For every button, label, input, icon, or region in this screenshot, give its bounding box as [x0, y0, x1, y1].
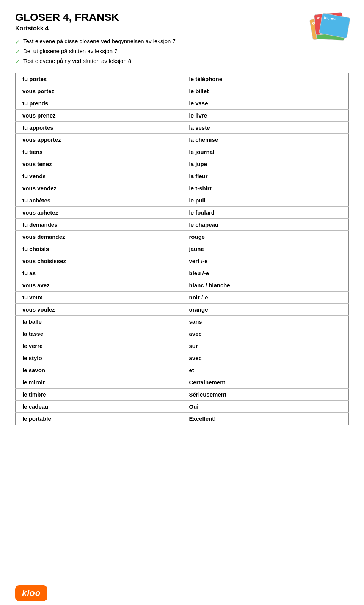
- vocab-right: Sérieusement: [182, 389, 349, 401]
- vocab-left: le cadeau: [16, 401, 182, 413]
- vocab-right: la fleur: [182, 170, 349, 182]
- vocab-left: vous choisissez: [16, 255, 182, 267]
- vocab-right: vert /-e: [182, 255, 349, 267]
- vocab-left: le timbre: [16, 389, 182, 401]
- table-row: tu veuxnoir /-e: [16, 292, 349, 304]
- vocab-left: tu veux: [16, 292, 182, 304]
- vocab-right: le chapeau: [182, 219, 349, 231]
- footer: kloo: [0, 581, 364, 605]
- vocab-left: tu as: [16, 267, 182, 279]
- table-row: vous apportezla chemise: [16, 134, 349, 146]
- checklist-item: ✓Test elevene på disse glosene ved begyn…: [15, 38, 349, 45]
- vocab-left: tu vends: [16, 170, 182, 182]
- vocab-left: la balle: [16, 316, 182, 328]
- vocab-right: le téléphone: [182, 73, 349, 85]
- kloo-logo: kloo: [15, 585, 47, 601]
- table-row: le savonet: [16, 364, 349, 376]
- vocab-left: vous demandez: [16, 231, 182, 243]
- table-row: le timbreSérieusement: [16, 389, 349, 401]
- vocab-right: le livre: [182, 110, 349, 122]
- vocab-right: blanc / blanche: [182, 279, 349, 292]
- check-icon: ✓: [15, 48, 20, 55]
- vocab-left: vous vendez: [16, 182, 182, 194]
- vocab-left: tu apportes: [16, 122, 182, 134]
- vocab-right: Excellent!: [182, 413, 349, 425]
- table-row: tu prendsle vase: [16, 97, 349, 110]
- vocab-right: avec: [182, 328, 349, 340]
- vocab-left: vous apportez: [16, 134, 182, 146]
- vocab-table: tu portesle téléphonevous portezle bille…: [15, 73, 349, 425]
- table-row: tu achètesle pull: [16, 194, 349, 207]
- vocab-right: le journal: [182, 146, 349, 158]
- vocab-left: tu demandes: [16, 219, 182, 231]
- vocab-right: la veste: [182, 122, 349, 134]
- table-row: tu portesle téléphone: [16, 73, 349, 85]
- table-row: vous voulezorange: [16, 304, 349, 316]
- vocab-left: le stylo: [16, 352, 182, 364]
- vocab-right: noir /-e: [182, 292, 349, 304]
- vocab-right: Certainement: [182, 376, 349, 389]
- vocab-left: le miroir: [16, 376, 182, 389]
- vocab-left: le portable: [16, 413, 182, 425]
- page-title: GLOSER 4, FRANSK: [15, 11, 349, 24]
- table-row: le verresur: [16, 340, 349, 352]
- vocab-left: tu tiens: [16, 146, 182, 158]
- checklist-text: Test elevene på ny ved slutten av leksjo…: [23, 58, 131, 64]
- table-row: tu vendsla fleur: [16, 170, 349, 182]
- vocab-left: vous avez: [16, 279, 182, 292]
- page-subtitle: Kortstokk 4: [15, 25, 349, 32]
- vocab-right: la chemise: [182, 134, 349, 146]
- vocab-left: le verre: [16, 340, 182, 352]
- table-row: vous prenezle livre: [16, 110, 349, 122]
- vocab-right: avec: [182, 352, 349, 364]
- table-row: tu demandesle chapeau: [16, 219, 349, 231]
- table-row: vous portezle billet: [16, 85, 349, 97]
- table-row: le styloavec: [16, 352, 349, 364]
- table-row: tu asbleu /-e: [16, 267, 349, 279]
- vocab-right: et: [182, 364, 349, 376]
- checklist-text: Del ut glosene på slutten av leksjon 7: [23, 48, 118, 54]
- vocab-left: tu choisis: [16, 243, 182, 255]
- vocab-right: le t-shirt: [182, 182, 349, 194]
- table-row: tu tiensle journal: [16, 146, 349, 158]
- checklist-text: Test elevene på disse glosene ved begynn…: [23, 38, 176, 44]
- table-row: vous vendezle t-shirt: [16, 182, 349, 194]
- vocab-right: la jupe: [182, 158, 349, 170]
- vocab-right: sans: [182, 316, 349, 328]
- vocab-left: vous prenez: [16, 110, 182, 122]
- table-row: tu choisisjaune: [16, 243, 349, 255]
- vocab-right: jaune: [182, 243, 349, 255]
- vocab-right: le foulard: [182, 207, 349, 219]
- table-row: la tasseavec: [16, 328, 349, 340]
- vocab-left: tu prends: [16, 97, 182, 110]
- vocab-left: vous voulez: [16, 304, 182, 316]
- vocab-right: orange: [182, 304, 349, 316]
- table-row: le miroirCertainement: [16, 376, 349, 389]
- vocab-left: vous achetez: [16, 207, 182, 219]
- header-area: grande Cou azul (yo) ama GLOSER 4, FRANS…: [15, 11, 349, 65]
- vocab-left: vous portez: [16, 85, 182, 97]
- check-icon: ✓: [15, 38, 20, 45]
- table-row: tu apportesla veste: [16, 122, 349, 134]
- vocab-right: le vase: [182, 97, 349, 110]
- vocab-right: rouge: [182, 231, 349, 243]
- table-row: le cadeauOui: [16, 401, 349, 413]
- card-stack-decoration: grande Cou azul (yo) ama: [303, 11, 349, 49]
- checklist-item: ✓Del ut glosene på slutten av leksjon 7: [15, 48, 349, 55]
- table-row: le portableExcellent!: [16, 413, 349, 425]
- vocab-left: tu portes: [16, 73, 182, 85]
- vocab-left: tu achètes: [16, 194, 182, 207]
- table-row: vous choisissezvert /-e: [16, 255, 349, 267]
- vocab-left: vous tenez: [16, 158, 182, 170]
- vocab-right: bleu /-e: [182, 267, 349, 279]
- checklist-item: ✓Test elevene på ny ved slutten av leksj…: [15, 58, 349, 65]
- table-row: vous demandezrouge: [16, 231, 349, 243]
- vocab-right: le pull: [182, 194, 349, 207]
- checklist: ✓Test elevene på disse glosene ved begyn…: [15, 38, 349, 65]
- table-row: vous tenezla jupe: [16, 158, 349, 170]
- vocab-right: Oui: [182, 401, 349, 413]
- table-row: vous achetezle foulard: [16, 207, 349, 219]
- check-icon: ✓: [15, 58, 20, 65]
- vocab-right: sur: [182, 340, 349, 352]
- vocab-right: le billet: [182, 85, 349, 97]
